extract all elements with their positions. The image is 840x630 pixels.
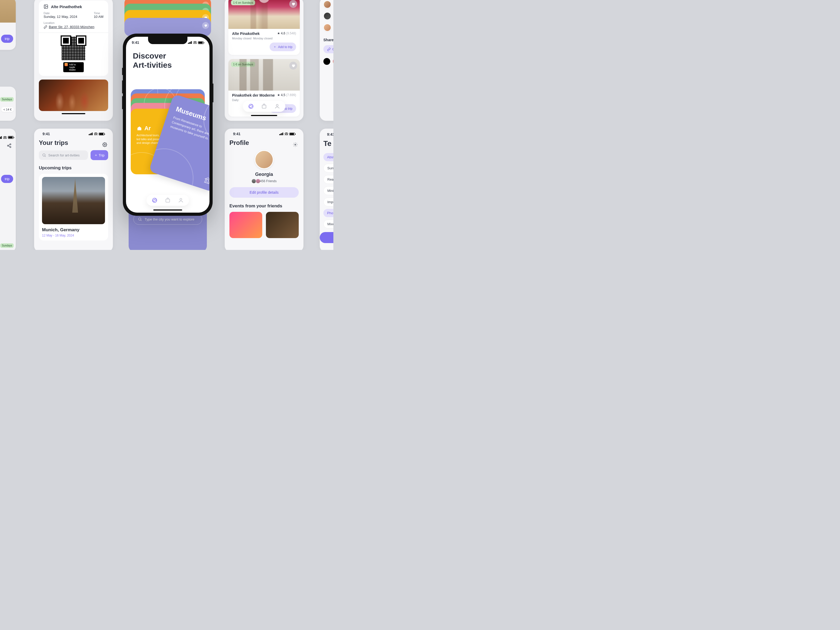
- friends-count[interactable]: 456 Friends: [229, 179, 299, 183]
- page-title: Your trips: [39, 139, 108, 147]
- svg-point-2: [10, 147, 11, 148]
- museum-photo: 1 € on Sundays: [228, 0, 300, 29]
- section-heading: Events from your friends: [229, 204, 299, 209]
- status-bar: 9:41: [229, 129, 299, 136]
- category-description: From Renaissance to Contemporary art, th…: [170, 115, 210, 144]
- edge-lower-panel: . trip Sundays: [0, 129, 16, 250]
- svg-point-9: [104, 144, 106, 145]
- tags-panel: 9:41 Te art Abstra Surrea Realis Minima …: [320, 129, 333, 250]
- tag-chip[interactable]: Abstra: [324, 153, 333, 161]
- museum-rating: ★ 4,6 (9.548): [277, 32, 296, 35]
- profile-avatar[interactable]: [255, 150, 273, 169]
- link-icon: [44, 25, 47, 29]
- event-card[interactable]: [229, 212, 262, 238]
- location-label: Location: [44, 21, 103, 24]
- page-title: DiscoverArt-tivities: [126, 45, 210, 69]
- status-time: 9:41: [233, 132, 240, 136]
- primary-cta-button[interactable]: [320, 232, 333, 243]
- add-to-trip-button[interactable]: ＋ Add to trip: [270, 43, 296, 51]
- search-input[interactable]: Search for art-tivities: [39, 150, 88, 160]
- profile-name: Georgia: [229, 172, 299, 177]
- search-icon: [138, 217, 142, 221]
- ticket-screen: Alte Pinathothek Date Sunday, 12 May, 20…: [34, 0, 113, 121]
- friend-avatar[interactable]: [324, 0, 331, 8]
- ticket-card: Alte Pinathothek Date Sunday, 12 May, 20…: [39, 0, 108, 76]
- price-badge: 1 € on Sundays: [231, 62, 255, 67]
- city-photo: [42, 177, 105, 224]
- settings-icon[interactable]: [293, 142, 298, 147]
- museum-name: Pinakothek der Moderne: [232, 93, 275, 97]
- add-trip-button[interactable]: trip: [1, 175, 13, 183]
- museum-photo: 1 € on Sundays: [228, 59, 300, 90]
- column-icon: [203, 176, 210, 185]
- edit-profile-button[interactable]: Edit profile details: [229, 187, 299, 198]
- museum-list-screen: 1 € on Sundays Alte Pinakothek ★ 4,6 (9.…: [225, 0, 303, 121]
- section-heading: Upcoming trips: [39, 165, 108, 171]
- svg-point-10: [43, 154, 45, 156]
- svg-point-11: [139, 218, 141, 220]
- share-icon[interactable]: [7, 143, 11, 148]
- qr-code: [62, 36, 85, 60]
- date-value: Sunday, 12 May, 2024: [44, 15, 77, 19]
- building-icon: [136, 125, 142, 131]
- price-badge: 1 € on Sundays: [231, 0, 255, 5]
- home-indicator: [251, 115, 277, 116]
- profile-tab-icon[interactable]: [178, 197, 184, 203]
- favorite-button[interactable]: [289, 62, 297, 69]
- new-trip-button[interactable]: ＋ Trip: [90, 150, 108, 160]
- svg-point-0: [10, 144, 11, 145]
- time-value: 10 AM: [94, 15, 103, 19]
- phone-mockup: 9:41 DiscoverArt-tivities Ar Architectur…: [123, 33, 213, 216]
- tag-chip[interactable]: Impres: [324, 198, 333, 206]
- status-time: 9:41: [132, 40, 139, 45]
- tag-chip[interactable]: Surrea: [324, 164, 333, 172]
- trips-tab-icon[interactable]: [261, 103, 267, 109]
- location-link[interactable]: Barer Str. 27, 80333 München: [49, 25, 94, 29]
- category-card-stack: Ar Architectural tours, ex architect-led…: [131, 89, 205, 176]
- tab-bar: [243, 101, 285, 112]
- svg-rect-7: [262, 105, 266, 108]
- tiktok-icon[interactable]: [324, 58, 330, 65]
- edge-trip-panel: trip: [0, 0, 16, 50]
- favorite-button[interactable]: [289, 0, 297, 8]
- edge-filter-panel: Sundays < 14 €: [0, 87, 16, 121]
- trips-tab-icon[interactable]: [165, 197, 171, 203]
- date-label: Date: [44, 11, 77, 15]
- share-panel: Share yo Cop: [320, 0, 333, 121]
- explore-tab-icon[interactable]: [152, 197, 158, 203]
- page-title: Te art: [324, 140, 333, 148]
- tag-chip[interactable]: Realis: [324, 175, 333, 184]
- settings-icon[interactable]: [103, 142, 107, 147]
- tag-chip[interactable]: Minima: [324, 186, 333, 195]
- event-card[interactable]: [266, 212, 299, 238]
- sundays-filter-chip[interactable]: Sundays: [0, 243, 14, 248]
- svg-point-12: [295, 144, 296, 145]
- instagram-icon[interactable]: [333, 58, 333, 65]
- apple-wallet-button[interactable]: Add to Apple Wallet: [63, 62, 84, 72]
- copy-link-button[interactable]: Cop: [324, 45, 333, 53]
- status-bar: 9:41: [324, 130, 333, 137]
- price-filter-chip[interactable]: < 14 €: [1, 107, 14, 112]
- friend-avatar[interactable]: [324, 12, 331, 20]
- museum-hours: Monday closed Monday closed: [232, 37, 296, 40]
- tag-chip[interactable]: Photog: [324, 209, 333, 217]
- friend-avatar[interactable]: [324, 24, 331, 32]
- page-title: Profile: [229, 139, 299, 147]
- heart-icon[interactable]: [202, 22, 209, 29]
- status-time: 9:41: [327, 132, 333, 136]
- search-icon: [42, 153, 46, 157]
- profile-screen: 9:41 Profile Georgia 456 Friends Edit pr…: [225, 129, 303, 250]
- tag-chip[interactable]: Mixed: [324, 220, 333, 228]
- add-trip-button[interactable]: trip: [1, 35, 13, 43]
- card-stack-preview: [122, 0, 214, 37]
- image-icon: [44, 4, 48, 9]
- phone-notch: [148, 37, 188, 44]
- event-photo: [39, 79, 108, 111]
- museum-card[interactable]: 1 € on Sundays Alte Pinakothek ★ 4,6 (9.…: [228, 0, 300, 55]
- trip-city: Munich, Germany: [42, 227, 105, 232]
- home-indicator: [62, 113, 85, 114]
- profile-tab-icon[interactable]: [274, 103, 280, 109]
- trip-card[interactable]: Munich, Germany 12 May - 16 May, 2024: [39, 174, 108, 240]
- explore-tab-icon[interactable]: [248, 103, 254, 109]
- sundays-filter-chip[interactable]: Sundays: [0, 97, 14, 102]
